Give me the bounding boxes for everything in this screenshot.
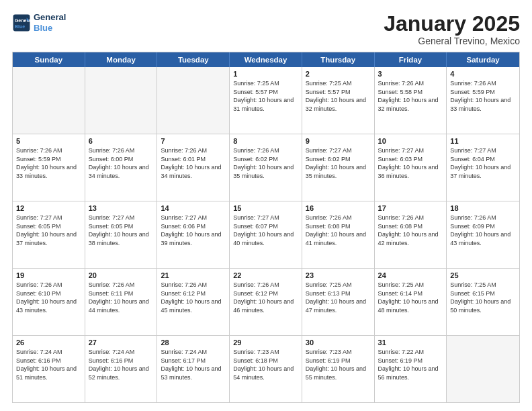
cell-info: Sunrise: 7:26 AMSunset: 6:12 PMDaylight:… xyxy=(161,281,226,314)
day-saturday: Saturday xyxy=(447,52,519,67)
calendar-cell: 22 Sunrise: 7:26 AMSunset: 6:12 PMDaylig… xyxy=(230,269,302,335)
calendar-cell: 11 Sunrise: 7:27 AMSunset: 6:04 PMDaylig… xyxy=(447,134,519,201)
calendar-cell: 7 Sunrise: 7:26 AMSunset: 6:01 PMDayligh… xyxy=(157,134,230,201)
day-tuesday: Tuesday xyxy=(157,52,230,67)
cell-info: Sunrise: 7:27 AMSunset: 6:05 PMDaylight:… xyxy=(89,214,154,247)
cell-date: 5 xyxy=(16,137,81,145)
cell-date: 27 xyxy=(89,338,154,347)
cell-info: Sunrise: 7:26 AMSunset: 6:02 PMDaylight:… xyxy=(233,146,298,180)
calendar-cell: 6 Sunrise: 7:26 AMSunset: 6:00 PMDayligh… xyxy=(85,134,158,201)
location-title: General Trevino, Mexico xyxy=(384,36,520,46)
calendar-cell: 21 Sunrise: 7:26 AMSunset: 6:12 PMDaylig… xyxy=(157,269,230,335)
calendar-cell xyxy=(13,67,85,134)
cell-date: 6 xyxy=(89,137,154,145)
cell-date: 12 xyxy=(16,204,81,212)
cell-date: 10 xyxy=(378,137,443,145)
calendar-cell: 13 Sunrise: 7:27 AMSunset: 6:05 PMDaylig… xyxy=(85,201,158,268)
cell-info: Sunrise: 7:26 AMSunset: 6:12 PMDaylight:… xyxy=(233,281,298,314)
calendar-body: 1 Sunrise: 7:25 AMSunset: 5:57 PMDayligh… xyxy=(13,67,519,402)
cell-date: 8 xyxy=(233,137,298,145)
cell-info: Sunrise: 7:26 AMSunset: 5:59 PMDaylight:… xyxy=(16,146,81,180)
calendar-cell xyxy=(85,67,158,134)
calendar-cell: 30 Sunrise: 7:23 AMSunset: 6:19 PMDaylig… xyxy=(302,336,375,402)
calendar-cell: 16 Sunrise: 7:26 AMSunset: 6:08 PMDaylig… xyxy=(302,201,375,268)
calendar-cell: 31 Sunrise: 7:22 AMSunset: 6:19 PMDaylig… xyxy=(375,336,447,402)
cell-date: 15 xyxy=(233,204,298,212)
calendar-cell: 9 Sunrise: 7:27 AMSunset: 6:02 PMDayligh… xyxy=(302,134,375,201)
calendar-cell: 17 Sunrise: 7:26 AMSunset: 6:08 PMDaylig… xyxy=(375,201,447,268)
calendar-cell: 12 Sunrise: 7:27 AMSunset: 6:05 PMDaylig… xyxy=(13,201,85,268)
cell-date: 19 xyxy=(16,271,81,279)
calendar-cell: 20 Sunrise: 7:26 AMSunset: 6:11 PMDaylig… xyxy=(85,269,158,335)
day-monday: Monday xyxy=(85,52,158,67)
logo: General Blue General Blue xyxy=(12,12,66,33)
cell-info: Sunrise: 7:27 AMSunset: 6:03 PMDaylight:… xyxy=(378,146,443,180)
cell-info: Sunrise: 7:27 AMSunset: 6:07 PMDaylight:… xyxy=(233,214,298,247)
cell-date: 22 xyxy=(233,271,298,279)
cell-info: Sunrise: 7:25 AMSunset: 5:57 PMDaylight:… xyxy=(306,79,371,113)
cell-date: 11 xyxy=(450,137,516,145)
calendar-cell xyxy=(157,67,230,134)
cell-info: Sunrise: 7:23 AMSunset: 6:18 PMDaylight:… xyxy=(233,348,298,381)
cell-info: Sunrise: 7:26 AMSunset: 6:09 PMDaylight:… xyxy=(450,214,516,247)
cell-info: Sunrise: 7:26 AMSunset: 6:11 PMDaylight:… xyxy=(89,281,154,314)
cell-info: Sunrise: 7:26 AMSunset: 6:08 PMDaylight:… xyxy=(306,214,371,247)
calendar-row: 19 Sunrise: 7:26 AMSunset: 6:10 PMDaylig… xyxy=(13,269,519,336)
cell-date: 28 xyxy=(161,338,226,347)
calendar-row: 12 Sunrise: 7:27 AMSunset: 6:05 PMDaylig… xyxy=(13,201,519,269)
day-thursday: Thursday xyxy=(302,52,375,67)
cell-date: 16 xyxy=(306,204,371,212)
cell-info: Sunrise: 7:27 AMSunset: 6:02 PMDaylight:… xyxy=(306,146,371,180)
cell-info: Sunrise: 7:23 AMSunset: 6:19 PMDaylight:… xyxy=(306,348,371,381)
calendar-cell: 19 Sunrise: 7:26 AMSunset: 6:10 PMDaylig… xyxy=(13,269,85,335)
calendar-cell: 3 Sunrise: 7:26 AMSunset: 5:58 PMDayligh… xyxy=(375,67,447,134)
day-sunday: Sunday xyxy=(13,52,85,67)
cell-date: 4 xyxy=(450,70,516,78)
cell-date: 9 xyxy=(306,137,371,145)
cell-info: Sunrise: 7:26 AMSunset: 6:10 PMDaylight:… xyxy=(16,281,81,314)
logo-icon: General Blue xyxy=(12,13,31,32)
calendar-cell: 14 Sunrise: 7:27 AMSunset: 6:06 PMDaylig… xyxy=(157,201,230,268)
cell-info: Sunrise: 7:24 AMSunset: 6:16 PMDaylight:… xyxy=(16,348,81,381)
calendar-cell: 23 Sunrise: 7:25 AMSunset: 6:13 PMDaylig… xyxy=(302,269,375,335)
calendar-cell: 1 Sunrise: 7:25 AMSunset: 5:57 PMDayligh… xyxy=(230,67,302,134)
calendar-cell: 18 Sunrise: 7:26 AMSunset: 6:09 PMDaylig… xyxy=(447,201,519,268)
cell-date: 1 xyxy=(233,70,298,78)
cell-info: Sunrise: 7:26 AMSunset: 5:59 PMDaylight:… xyxy=(450,79,516,113)
cell-date: 17 xyxy=(378,204,443,212)
calendar-cell xyxy=(447,336,519,402)
cell-info: Sunrise: 7:25 AMSunset: 6:15 PMDaylight:… xyxy=(450,281,516,314)
cell-info: Sunrise: 7:26 AMSunset: 5:58 PMDaylight:… xyxy=(378,79,443,113)
logo-line1: General xyxy=(34,12,66,23)
cell-info: Sunrise: 7:25 AMSunset: 5:57 PMDaylight:… xyxy=(233,79,298,113)
calendar-row: 5 Sunrise: 7:26 AMSunset: 5:59 PMDayligh… xyxy=(13,134,519,201)
cell-info: Sunrise: 7:24 AMSunset: 6:17 PMDaylight:… xyxy=(161,348,226,381)
day-friday: Friday xyxy=(375,52,447,67)
cell-date: 7 xyxy=(161,137,226,145)
page: General Blue General Blue January 2025 G… xyxy=(0,0,532,411)
cell-date: 30 xyxy=(306,338,371,347)
cell-date: 31 xyxy=(378,338,443,347)
cell-date: 2 xyxy=(306,70,371,78)
cell-date: 13 xyxy=(89,204,154,212)
calendar-row: 26 Sunrise: 7:24 AMSunset: 6:16 PMDaylig… xyxy=(13,336,519,402)
cell-date: 29 xyxy=(233,338,298,347)
calendar-cell: 15 Sunrise: 7:27 AMSunset: 6:07 PMDaylig… xyxy=(230,201,302,268)
calendar-cell: 10 Sunrise: 7:27 AMSunset: 6:03 PMDaylig… xyxy=(375,134,447,201)
cell-info: Sunrise: 7:25 AMSunset: 6:13 PMDaylight:… xyxy=(306,281,371,314)
logo-text: General Blue xyxy=(34,12,66,33)
cell-date: 3 xyxy=(378,70,443,78)
cell-date: 24 xyxy=(378,271,443,279)
cell-date: 25 xyxy=(450,271,516,279)
svg-text:Blue: Blue xyxy=(15,24,25,28)
cell-info: Sunrise: 7:26 AMSunset: 6:01 PMDaylight:… xyxy=(161,146,226,180)
cell-date: 20 xyxy=(89,271,154,279)
cell-info: Sunrise: 7:26 AMSunset: 6:08 PMDaylight:… xyxy=(378,214,443,247)
cell-info: Sunrise: 7:24 AMSunset: 6:16 PMDaylight:… xyxy=(89,348,154,381)
day-wednesday: Wednesday xyxy=(230,52,302,67)
cell-date: 14 xyxy=(161,204,226,212)
calendar-cell: 2 Sunrise: 7:25 AMSunset: 5:57 PMDayligh… xyxy=(302,67,375,134)
cell-info: Sunrise: 7:22 AMSunset: 6:19 PMDaylight:… xyxy=(378,348,443,381)
cell-date: 18 xyxy=(450,204,516,212)
cell-info: Sunrise: 7:26 AMSunset: 6:00 PMDaylight:… xyxy=(89,146,154,180)
